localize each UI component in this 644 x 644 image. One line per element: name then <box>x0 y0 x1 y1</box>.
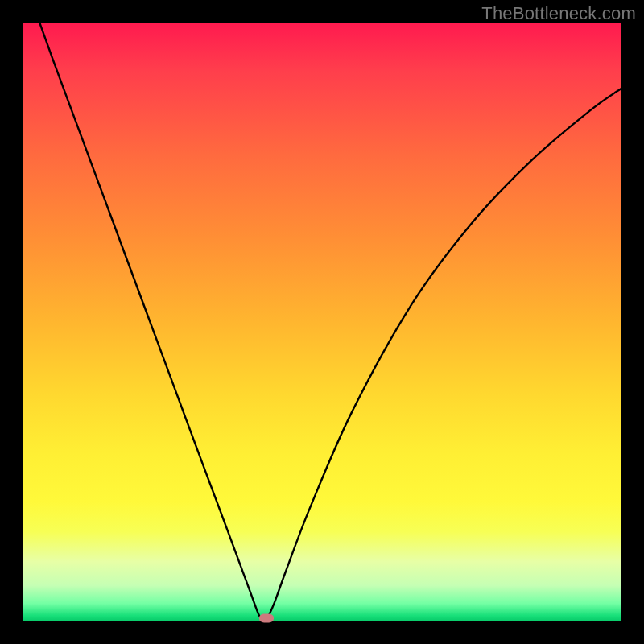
curve-layer <box>23 23 621 621</box>
bottleneck-curve <box>23 23 621 621</box>
chart-frame: TheBottleneck.com <box>0 0 644 644</box>
plot-area <box>23 23 621 621</box>
optimal-marker <box>259 613 274 622</box>
watermark-text: TheBottleneck.com <box>481 3 636 24</box>
